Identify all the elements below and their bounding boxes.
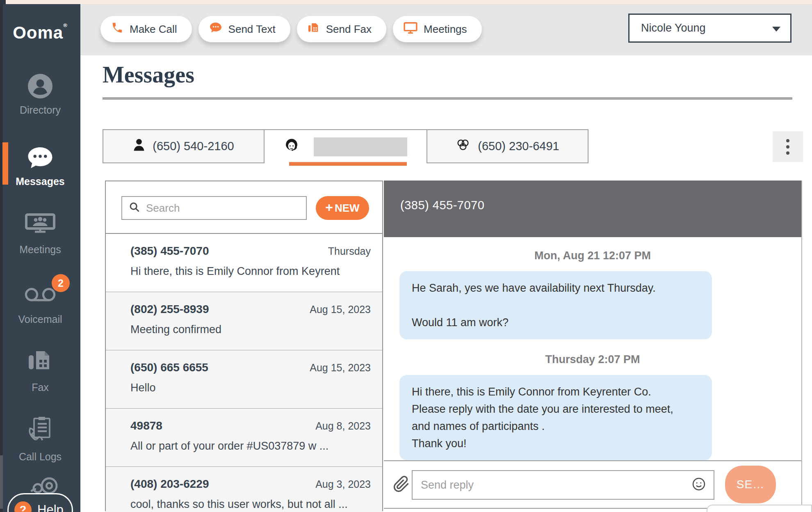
agent-headset-icon (284, 137, 299, 156)
conversation-date: Aug 15, 2023 (310, 304, 371, 315)
search-input[interactable] (146, 202, 294, 215)
emoji-smiley-icon[interactable] (691, 477, 706, 493)
line-tab-650-540-2160[interactable]: (650) 540-2160 (103, 129, 265, 163)
list-toolbar: + NEW (106, 181, 382, 234)
meetings-monitor-icon (25, 213, 55, 235)
voicemail-count-badge: 2 (52, 274, 70, 292)
sidebar-scrollbar-thumb[interactable] (0, 455, 3, 509)
top-window-strip-corner (0, 0, 6, 4)
conversation-list-item[interactable]: 49878 Aug 8, 2023 All or part of your or… (106, 409, 382, 467)
message-line: Please reply with the date you are inter… (412, 400, 700, 418)
conversation-list-panel: + NEW (385) 455-7070 Thursday Hi there, … (105, 181, 383, 511)
more-options-kebab-icon[interactable] (773, 131, 803, 162)
new-message-button[interactable]: + NEW (316, 196, 369, 220)
conversation-list-item[interactable]: (802) 255-8939 Aug 15, 2023 Meeting conf… (106, 292, 382, 350)
line-number: (650) 540-2160 (153, 139, 234, 153)
conversation-panel: (385) 455-7070 Mon, Aug 21 12:07 PM He S… (384, 181, 802, 509)
sidebar-scrollbar[interactable] (0, 4, 3, 512)
reply-input[interactable] (421, 479, 691, 491)
conversation-date: Aug 15, 2023 (310, 362, 371, 374)
chevron-down-icon (772, 27, 780, 32)
attachment-paperclip-icon[interactable] (393, 475, 410, 495)
conversation-title: (650) 665 6655 (130, 361, 208, 374)
action-label: Meetings (424, 23, 467, 36)
conversation-preview: Hello (130, 382, 371, 394)
send-text-button[interactable]: Send Text (198, 16, 290, 42)
message-line: Hi there, this is Emily Connor from Keyr… (412, 383, 700, 400)
sidebar-item-fax[interactable]: Fax (3, 348, 78, 393)
sidebar-item-call-logs[interactable]: Call Logs (3, 416, 78, 463)
line-number: (650) 230-6491 (478, 139, 559, 153)
new-label: NEW (335, 202, 360, 215)
action-label: Send Fax (326, 23, 372, 36)
timestamp-divider: Thursday 2:07 PM (384, 353, 801, 366)
timestamp-divider: Mon, Aug 21 12:07 PM (384, 249, 801, 262)
active-tab-underline (289, 162, 407, 166)
conversation-preview: Hi there, this is Emily Connor from Keyr… (130, 265, 371, 278)
message-line (412, 297, 700, 314)
conversation-header: (385) 455-7070 (384, 181, 801, 237)
conversation-list-item[interactable]: (650) 665 6655 Aug 15, 2023 Hello (106, 350, 382, 409)
send-button[interactable]: SE… (725, 466, 776, 503)
line-tab-active-redacted[interactable] (265, 129, 427, 163)
sidebar-item-messages[interactable]: Messages (3, 146, 78, 187)
monitor-icon (404, 22, 417, 37)
sidebar-item-label: Call Logs (19, 451, 62, 463)
conversation-list-item[interactable]: (385) 455-7070 Thursday Hi there, this i… (106, 234, 382, 292)
phone-icon (111, 22, 123, 37)
message-line: and names of participants . (412, 418, 700, 435)
conversation-date: Thursday (328, 245, 371, 257)
directory-person-icon (27, 73, 53, 101)
conversation-title: (408) 203-6229 (130, 478, 209, 491)
conversation-date: Aug 8, 2023 (315, 420, 371, 432)
conversation-date: Aug 3, 2023 (315, 478, 371, 490)
send-fax-button[interactable]: Send Fax (297, 16, 386, 42)
ooma-logo: Ooma® (0, 22, 80, 43)
question-mark-icon: ? (14, 501, 32, 512)
help-label: Help (37, 503, 64, 512)
page-title: Messages (103, 62, 194, 88)
conversation-title: (802) 255-8939 (130, 303, 209, 316)
conversation-list-item[interactable]: (408) 203-6229 Aug 3, 2023 cool, thanks … (106, 467, 382, 512)
conversation-thread: Mon, Aug 21 12:07 PM He Sarah, yes we ha… (384, 237, 801, 460)
conversation-title: 49878 (130, 419, 162, 432)
sidebar-item-label: Fax (32, 382, 49, 393)
line-tab-650-230-6491[interactable]: (650) 230-6491 (427, 129, 588, 163)
conversation-preview: All or part of your order #US037879 w ..… (130, 440, 371, 453)
meetings-button[interactable]: Meetings (393, 16, 482, 42)
topbar: Make Call Send Text Send Fax Meetings (80, 4, 812, 55)
user-dropdown[interactable]: Nicole Young (628, 14, 791, 43)
sidebar-item-label: Messages (16, 176, 65, 187)
sidebar-item-meetings[interactable]: Meetings (3, 213, 78, 256)
action-label: Make Call (130, 23, 177, 36)
user-name: Nicole Young (641, 22, 706, 34)
ooma-app-window: Ooma® Directory Messages Meetings 2 (0, 0, 812, 512)
conversation-preview: Meeting confirmed (130, 323, 371, 336)
incoming-message-bubble: He Sarah, yes we have availability next … (399, 271, 712, 339)
registered-mark: ® (63, 22, 68, 28)
sms-bubble-icon (209, 22, 222, 37)
conversation-title: (385) 455-7070 (130, 245, 209, 258)
message-line: He Sarah, yes we have availability next … (412, 279, 700, 297)
search-field[interactable] (121, 196, 307, 220)
top-window-strip (0, 0, 812, 4)
sidebar-item-label: Directory (20, 104, 61, 116)
help-button[interactable]: ? Help (7, 493, 73, 512)
incoming-message-bubble: Hi there, this is Emily Connor from Keyr… (399, 375, 712, 460)
reply-field[interactable] (412, 470, 714, 500)
title-divider (103, 97, 792, 100)
person-icon (133, 138, 145, 155)
sidebar-item-label: Meetings (19, 244, 61, 256)
message-line: Would 11 am work? (412, 314, 700, 331)
search-icon (129, 201, 140, 215)
reply-bar: SE… (384, 460, 801, 508)
group-rings-icon (456, 137, 470, 155)
sidebar-item-directory[interactable]: Directory (3, 73, 78, 116)
fax-icon (27, 348, 53, 376)
redacted-line-name (314, 137, 407, 156)
sidebar-item-label: Voicemail (18, 313, 62, 325)
bottom-right-popup[interactable] (707, 505, 812, 512)
sidebar-item-voicemail[interactable]: 2 Voicemail (3, 286, 78, 325)
make-call-button[interactable]: Make Call (100, 16, 192, 42)
action-label: Send Text (228, 23, 276, 36)
